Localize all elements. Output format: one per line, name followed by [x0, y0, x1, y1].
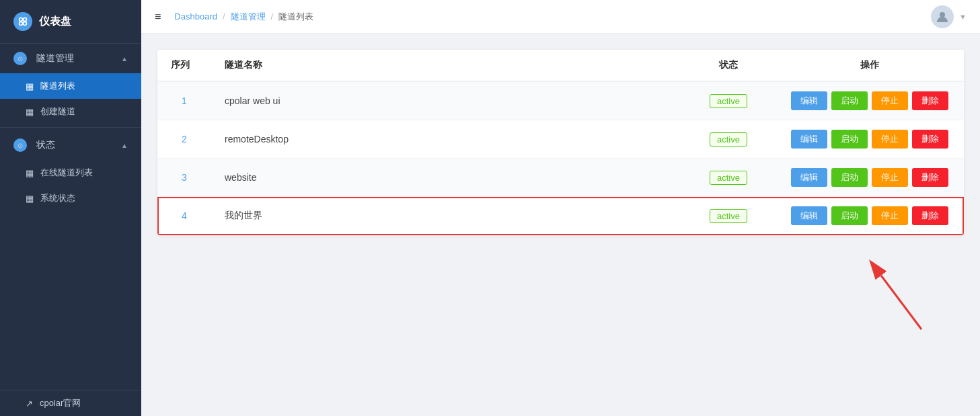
btn-group-2: 编辑 启动 停止 删除: [791, 168, 948, 187]
system-status-label: 系统状态: [40, 192, 75, 204]
cell-name-0: cpolar web ui: [211, 81, 681, 120]
avatar-dropdown-icon[interactable]: ▼: [959, 13, 967, 21]
edit-button-1[interactable]: 编辑: [791, 130, 827, 149]
svg-line-6: [881, 276, 921, 329]
topbar-right: ▼: [931, 5, 967, 28]
cell-seq-0: 1: [157, 81, 211, 120]
table-row: 2 remoteDesktop active 编辑 启动 停止 删除: [157, 120, 964, 159]
edit-button-2[interactable]: 编辑: [791, 168, 827, 187]
status-label: 状态: [36, 139, 55, 150]
dashboard-icon: [13, 12, 32, 31]
stop-button-0[interactable]: 停止: [872, 91, 908, 110]
sidebar-item-system-status[interactable]: ▦ 系统状态: [0, 185, 141, 211]
tunnel-list-label: 隧道列表: [40, 80, 75, 92]
stop-button-3[interactable]: 停止: [872, 206, 908, 225]
online-tunnel-label: 在线隧道列表: [40, 167, 93, 179]
table-row: 3 website active 编辑 启动 停止 删除: [157, 159, 964, 197]
create-tunnel-label: 创建隧道: [40, 106, 75, 118]
sidebar-logo[interactable]: 仪表盘: [0, 0, 141, 44]
cell-ops-1: 编辑 启动 停止 删除: [776, 120, 964, 159]
col-header-name: 隧道名称: [211, 50, 681, 81]
main-content: ≡ Dashboard / 隧道管理 / 隧道列表 ▼ 序列: [141, 0, 980, 416]
chevron-up-icon-2: ▲: [121, 142, 128, 149]
tunnel-mgmt-label: 隧道管理: [36, 52, 74, 63]
stop-button-1[interactable]: 停止: [872, 130, 908, 149]
col-header-ops: 操作: [776, 50, 964, 81]
sidebar-group-status[interactable]: ⊙ 状态 ▲: [0, 130, 141, 160]
status-icon: ⊙: [13, 138, 27, 152]
cell-name-2: website: [211, 159, 681, 197]
svg-point-4: [940, 12, 945, 17]
tunnel-list-icon: ▦: [26, 81, 34, 91]
start-button-3[interactable]: 启动: [831, 206, 868, 225]
btn-group-1: 编辑 启动 停止 删除: [791, 130, 948, 149]
sidebar-group-tunnel-mgmt[interactable]: ⊙ 隧道管理 ▲: [0, 44, 141, 73]
sidebar: 仪表盘 ⊙ 隧道管理 ▲ ▦ 隧道列表 ▦ 创建隧道 ⊙ 状态 ▲ ▦: [0, 0, 141, 416]
col-header-status: 状态: [681, 50, 776, 81]
svg-point-3: [24, 22, 27, 26]
table-row: 4 我的世界 active 编辑 启动 停止 删除: [157, 197, 964, 235]
delete-button-0[interactable]: 删除: [912, 91, 948, 110]
arrow-annotation: [868, 255, 948, 336]
cell-seq-1: 2: [157, 120, 211, 159]
menu-icon[interactable]: ≡: [155, 11, 161, 23]
delete-button-2[interactable]: 删除: [912, 168, 948, 187]
cell-name-1: remoteDesktop: [211, 120, 681, 159]
breadcrumb-sep-1: /: [223, 11, 225, 22]
status-section: ⊙ 状态 ▲ ▦ 在线隧道列表 ▦ 系统状态: [0, 130, 141, 211]
status-badge-0: active: [710, 94, 747, 108]
edit-button-0[interactable]: 编辑: [791, 91, 827, 110]
sidebar-logo-text: 仪表盘: [39, 15, 71, 29]
btn-group-3: 编辑 启动 停止 删除: [791, 206, 948, 225]
sidebar-item-create-tunnel[interactable]: ▦ 创建隧道: [0, 99, 141, 124]
status-badge-1: active: [710, 132, 747, 147]
cpolar-website-label: cpolar官网: [40, 397, 81, 409]
tunnel-table: 序列 隧道名称 状态 操作 1 cpolar web ui active 编辑 …: [157, 50, 964, 235]
edit-button-3[interactable]: 编辑: [791, 206, 827, 225]
tunnel-management-section: ⊙ 隧道管理 ▲ ▦ 隧道列表 ▦ 创建隧道: [0, 44, 141, 124]
table-body: 1 cpolar web ui active 编辑 启动 停止 删除 2 rem…: [157, 81, 964, 235]
table-header-row: 序列 隧道名称 状态 操作: [157, 50, 964, 81]
stop-button-2[interactable]: 停止: [872, 168, 908, 187]
external-link-icon: ↗: [26, 399, 33, 409]
svg-point-1: [24, 18, 27, 22]
topbar: ≡ Dashboard / 隧道管理 / 隧道列表 ▼: [141, 0, 980, 34]
svg-point-0: [20, 18, 23, 22]
cell-status-2: active: [681, 159, 776, 197]
status-badge-3: active: [710, 209, 747, 223]
content-area: 序列 隧道名称 状态 操作 1 cpolar web ui active 编辑 …: [141, 34, 980, 416]
cell-ops-3: 编辑 启动 停止 删除: [776, 197, 964, 235]
cell-status-0: active: [681, 81, 776, 120]
btn-group-0: 编辑 启动 停止 删除: [791, 91, 948, 110]
tunnel-table-container: 序列 隧道名称 状态 操作 1 cpolar web ui active 编辑 …: [157, 50, 964, 235]
cell-ops-0: 编辑 启动 停止 删除: [776, 81, 964, 120]
start-button-1[interactable]: 启动: [831, 130, 868, 149]
sidebar-item-tunnel-list[interactable]: ▦ 隧道列表: [0, 73, 141, 99]
sidebar-item-online-tunnel-list[interactable]: ▦ 在线隧道列表: [0, 160, 141, 185]
table-row: 1 cpolar web ui active 编辑 启动 停止 删除: [157, 81, 964, 120]
avatar[interactable]: [931, 5, 954, 28]
topbar-left: ≡ Dashboard / 隧道管理 / 隧道列表: [155, 11, 313, 23]
status-badge-2: active: [710, 171, 747, 185]
tunnel-mgmt-icon: ⊙: [13, 52, 27, 65]
delete-button-1[interactable]: 删除: [912, 130, 948, 149]
cell-ops-2: 编辑 启动 停止 删除: [776, 159, 964, 197]
cell-name-3: 我的世界: [211, 197, 681, 235]
start-button-0[interactable]: 启动: [831, 91, 868, 110]
start-button-2[interactable]: 启动: [831, 168, 868, 187]
svg-point-2: [20, 22, 23, 26]
delete-button-3[interactable]: 删除: [912, 206, 948, 225]
col-header-seq: 序列: [157, 50, 211, 81]
cell-seq-3: 4: [157, 197, 211, 235]
breadcrumb-dashboard[interactable]: Dashboard: [174, 11, 217, 22]
breadcrumb-sep-2: /: [271, 11, 274, 22]
sidebar-external: ↗ cpolar官网: [0, 390, 141, 416]
create-tunnel-icon: ▦: [26, 107, 34, 117]
online-tunnel-icon: ▦: [26, 168, 34, 178]
system-status-icon: ▦: [26, 194, 34, 204]
sidebar-item-cpolar-website[interactable]: ↗ cpolar官网: [0, 390, 141, 416]
breadcrumb-tunnel-list: 隧道列表: [278, 11, 313, 23]
breadcrumb-tunnel-mgmt[interactable]: 隧道管理: [231, 11, 266, 23]
cell-seq-2: 3: [157, 159, 211, 197]
chevron-up-icon: ▲: [121, 55, 128, 63]
